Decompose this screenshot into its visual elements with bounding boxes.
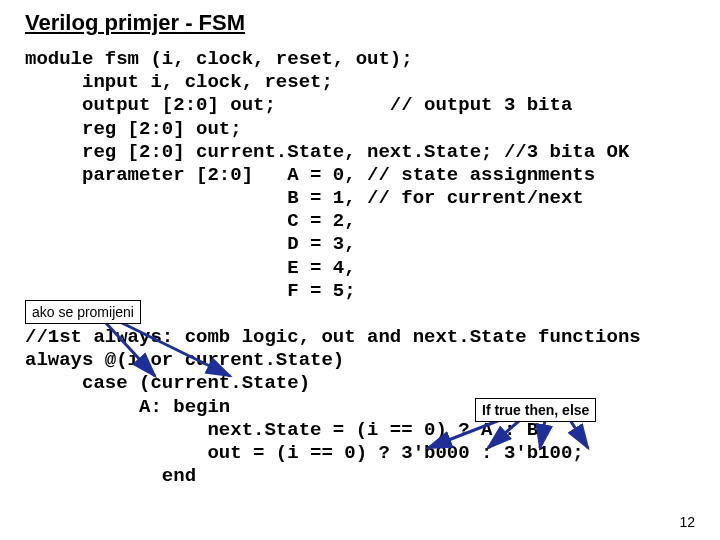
slide-title: Verilog primjer - FSM — [25, 10, 245, 36]
code-block: module fsm (i, clock, reset, out); input… — [25, 48, 641, 488]
page-number: 12 — [679, 514, 695, 530]
callout-box-right: If true then, else — [475, 398, 596, 422]
callout-box-left: ako se promijeni — [25, 300, 141, 324]
